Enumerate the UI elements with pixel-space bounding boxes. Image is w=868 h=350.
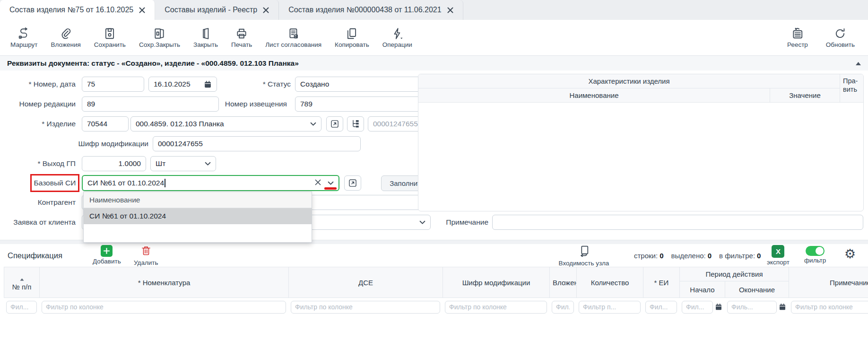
sort-asc-icon[interactable]: [20, 274, 24, 282]
chevron-down-icon: [328, 181, 334, 185]
tab-sostav-75[interactable]: Состав изделия №75 от 16.10.2025: [0, 0, 155, 20]
save-close-button[interactable]: Сохр.Закрыть: [135, 25, 184, 50]
output-unit-combobox[interactable]: Шт: [150, 156, 216, 171]
dropdown-empty-area: [84, 224, 312, 242]
route-icon: [18, 27, 30, 40]
filtered-stat: в фильтре:0: [719, 252, 761, 260]
dropdown-column-header: Наименование: [84, 192, 312, 208]
mod-code-input[interactable]: [153, 136, 361, 151]
characteristics-col-value: Значение: [770, 88, 840, 103]
toggle-on-icon[interactable]: [806, 246, 825, 256]
doc-number-input[interactable]: [82, 77, 144, 92]
tab-sostav-438[interactable]: Состав изделия №000000438 от 11.06.2021: [279, 0, 463, 20]
column-header-nomenclature[interactable]: * Номенклатура: [40, 267, 289, 298]
status-label: * Статус: [215, 77, 291, 92]
filter-note-input[interactable]: [791, 301, 868, 314]
product-code-input[interactable]: [82, 116, 129, 131]
status-combobox[interactable]: Создано: [295, 77, 431, 92]
calendar-icon[interactable]: [204, 80, 212, 88]
copy-icon: [346, 27, 358, 40]
operations-button[interactable]: Операции: [379, 25, 416, 50]
paperclip-icon: [60, 27, 72, 40]
column-header-dse[interactable]: ДСЕ: [289, 267, 443, 298]
revision-label: Номер редакции: [0, 96, 76, 112]
close-icon[interactable]: [263, 7, 269, 13]
open-base-si-button[interactable]: [344, 175, 361, 191]
column-header-start[interactable]: Начало: [680, 281, 725, 298]
print-button[interactable]: Печать: [227, 25, 256, 50]
characteristics-title: Характеристики изделия: [418, 74, 840, 88]
spec-table-body: [0, 316, 868, 350]
filter-start-date-input[interactable]: [682, 301, 713, 314]
hierarchy-icon: [351, 119, 360, 129]
column-header-end[interactable]: Окончание: [725, 281, 789, 298]
note-input[interactable]: [492, 215, 863, 230]
attachments-button[interactable]: Вложения: [47, 25, 85, 50]
specification-toolbar: Спецификация Добавить Удалить Входимость…: [0, 244, 868, 267]
calendar-icon[interactable]: [715, 303, 722, 311]
delete-row-button[interactable]: Удалить: [134, 245, 158, 266]
open-product-card-button[interactable]: [326, 116, 343, 131]
base-si-combobox[interactable]: СИ №61 от 01.10.2024: [82, 175, 339, 191]
number-date-label: * Номер, дата: [0, 77, 76, 92]
column-header-npp[interactable]: № п/п: [4, 267, 40, 298]
filter-dse-input[interactable]: [291, 301, 440, 314]
plus-icon: [101, 245, 113, 257]
filter-npp-input[interactable]: [6, 301, 37, 314]
collapse-panel-button[interactable]: [855, 61, 868, 66]
copy-button[interactable]: Копировать: [331, 25, 373, 50]
filter-mod-code-input[interactable]: [445, 301, 547, 314]
notice-input[interactable]: [295, 96, 431, 112]
revision-input[interactable]: [82, 96, 219, 112]
column-header-attachments[interactable]: Вложения: [550, 267, 577, 298]
column-group-validity-period: Период действия Начало Окончание: [680, 267, 789, 298]
note-label: Примечание: [413, 215, 488, 230]
close-icon[interactable]: [447, 7, 453, 13]
product-combobox[interactable]: 000.4859. 012.103 Планка: [130, 116, 321, 131]
output-label: * Выход ГП: [0, 156, 76, 171]
filter-unit-input[interactable]: [645, 301, 677, 314]
doc-date-input[interactable]: 16.10.2025: [148, 77, 217, 92]
approval-sheet-button[interactable]: Лист согласования: [261, 25, 325, 50]
red-underline-marker: [324, 187, 337, 190]
dropdown-option-selected[interactable]: СИ №61 от 01.10.2024: [84, 208, 312, 224]
text-cursor: [165, 179, 165, 187]
filter-nomenclature-input[interactable]: [42, 301, 286, 314]
filter-attachments-input[interactable]: [552, 301, 574, 314]
column-header-mod-code[interactable]: Шифр модификации: [443, 267, 550, 298]
clear-icon[interactable]: [315, 179, 321, 187]
column-header-quantity[interactable]: Количество: [577, 267, 643, 298]
product-label: * Изделие: [0, 116, 76, 131]
mod-code-label: Шифр модификации: [0, 136, 148, 151]
registry-button[interactable]: Реестр: [783, 25, 812, 50]
selected-stat: выделено:0: [671, 252, 712, 260]
toolbar-left-group: Маршрут Вложения Сохранить Сохр.Закрыть …: [0, 25, 416, 50]
column-header-note[interactable]: Примечание: [789, 267, 868, 298]
add-row-button[interactable]: Добавить: [93, 245, 121, 265]
printer-icon: [235, 27, 248, 40]
calendar-icon[interactable]: [779, 303, 786, 311]
output-qty-input[interactable]: [82, 156, 146, 171]
column-header-unit[interactable]: * ЕИ: [643, 267, 680, 298]
rows-stat: строки:0: [634, 252, 664, 260]
filter-quantity-input[interactable]: [579, 301, 641, 314]
tab-label: Составы изделий - Реестр: [165, 6, 257, 14]
save-button[interactable]: Сохранить: [90, 25, 130, 50]
filter-toggle[interactable]: фильтр: [804, 246, 826, 264]
base-si-value: СИ №61 от 01.10.2024: [87, 179, 164, 187]
excel-export-button[interactable]: X экспорт: [767, 245, 790, 266]
notice-label: Номер извещения: [211, 96, 287, 112]
product-tree-button[interactable]: [347, 116, 364, 131]
lightning-icon: [391, 27, 403, 40]
refresh-button[interactable]: Обновить: [822, 25, 859, 50]
filter-end-date-input[interactable]: [727, 301, 777, 314]
node-usage-button[interactable]: Входимость узла: [551, 245, 617, 267]
tab-label: Состав изделия №75 от 16.10.2025: [9, 6, 133, 14]
route-button[interactable]: Маршрут: [7, 25, 42, 50]
close-button[interactable]: Закрыть: [190, 25, 222, 50]
contractor-label: Контрагент: [0, 195, 76, 210]
close-icon[interactable]: [139, 7, 145, 13]
tab-reestr[interactable]: Составы изделий - Реестр: [155, 0, 279, 20]
base-si-dropdown: Наименование СИ №61 от 01.10.2024: [83, 192, 312, 243]
table-settings-button[interactable]: ⚙: [844, 248, 856, 261]
